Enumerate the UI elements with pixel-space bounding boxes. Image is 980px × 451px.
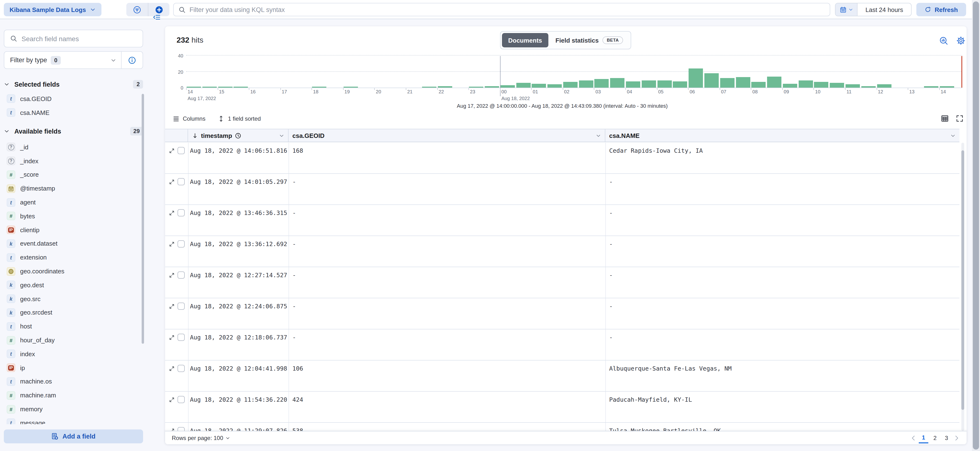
histogram-bar[interactable] (689, 69, 703, 88)
available-field-agent[interactable]: tagent (4, 195, 143, 209)
available-field-geo.srcdest[interactable]: kgeo.srcdest (4, 306, 143, 320)
available-field-hour_of_day[interactable]: #hour_of_day (4, 333, 143, 347)
histogram-bar[interactable] (877, 84, 891, 88)
display-density-icon[interactable] (941, 115, 949, 123)
available-field-index[interactable]: tindex (4, 347, 143, 361)
histogram-bar[interactable] (799, 80, 813, 88)
histogram-bar[interactable] (940, 86, 954, 88)
selected-fields-header[interactable]: Selected fields 2 (4, 78, 143, 90)
histogram-bar[interactable] (532, 84, 546, 88)
histogram-bar[interactable] (422, 87, 436, 88)
available-field-geo.dest[interactable]: kgeo.dest (4, 278, 143, 292)
histogram-bar[interactable] (485, 86, 499, 88)
field-search-box[interactable] (4, 30, 143, 48)
histogram-bar[interactable] (218, 87, 232, 88)
page-2-button[interactable]: 2 (930, 433, 940, 443)
histogram-bar[interactable] (767, 76, 781, 88)
histogram-bar[interactable] (861, 86, 876, 88)
histogram-bar[interactable] (202, 87, 217, 88)
expand-document-icon[interactable] (169, 428, 175, 431)
expand-document-icon[interactable] (169, 241, 175, 247)
available-field-machine.ram[interactable]: #machine.ram (4, 389, 143, 402)
expand-document-icon[interactable] (169, 335, 175, 340)
available-field-ip[interactable]: IPip (4, 361, 143, 375)
data-view-picker[interactable]: Kibana Sample Data Logs (4, 3, 101, 16)
histogram-bar[interactable] (736, 77, 750, 88)
histogram-bar[interactable] (626, 81, 640, 88)
histogram-bar[interactable] (657, 80, 671, 88)
available-field-geo.coordinates[interactable]: geo.coordinates (4, 264, 143, 278)
table-row[interactable]: Aug 18, 2022 @ 12:18:06.737-- (165, 329, 959, 360)
expand-document-icon[interactable] (169, 148, 175, 154)
table-row[interactable]: Aug 18, 2022 @ 13:46:36.315-- (165, 205, 959, 236)
row-checkbox[interactable] (178, 147, 185, 154)
table-row[interactable]: Aug 18, 2022 @ 12:04:41.998106Albuquerqu… (165, 360, 959, 392)
expand-document-icon[interactable] (169, 397, 175, 403)
expand-document-icon[interactable] (169, 210, 175, 216)
tab-documents[interactable]: Documents (502, 33, 548, 48)
header-timestamp[interactable]: timestamp (188, 129, 288, 142)
available-field-_id[interactable]: ?_id (4, 140, 143, 154)
available-field-memory[interactable]: #memory (4, 402, 143, 416)
selected-field-csa.NAME[interactable]: tcsa.NAME (4, 106, 143, 120)
expand-document-icon[interactable] (169, 179, 175, 185)
inspect-icon[interactable] (939, 37, 948, 45)
available-field-bytes[interactable]: #bytes (4, 209, 143, 223)
selected-field-csa.GEOID[interactable]: tcsa.GEOID (4, 92, 143, 106)
histogram-bar[interactable] (500, 85, 515, 88)
gear-icon[interactable] (956, 37, 965, 45)
available-field-machine.os[interactable]: tmachine.os (4, 375, 143, 389)
table-row[interactable]: Aug 18, 2022 @ 12:24:06.875-- (165, 298, 959, 329)
expand-document-icon[interactable] (169, 273, 175, 278)
header-csa-name[interactable]: csa.NAME (605, 129, 959, 142)
refresh-button[interactable]: Refresh (916, 3, 966, 16)
histogram-bar[interactable] (312, 87, 326, 88)
histogram-bar[interactable] (344, 87, 358, 88)
available-field-@timestamp[interactable]: @timestamp (4, 182, 143, 196)
row-checkbox[interactable] (178, 240, 185, 247)
histogram-bar[interactable] (579, 80, 593, 88)
columns-button[interactable]: Columns (173, 115, 205, 122)
filter-by-type-select[interactable]: Filter by type 0 (4, 51, 143, 69)
row-checkbox[interactable] (178, 334, 185, 341)
histogram-bar[interactable] (705, 73, 719, 88)
available-fields-header[interactable]: Available fields 29 (4, 126, 143, 137)
histogram-bar[interactable] (783, 84, 797, 88)
page-1-button[interactable]: 1 (919, 433, 928, 443)
histogram-bar[interactable] (673, 81, 687, 88)
expand-document-icon[interactable] (169, 304, 175, 309)
row-checkbox[interactable] (178, 209, 185, 217)
field-search-input[interactable] (22, 35, 137, 42)
available-field-_index[interactable]: ?_index (4, 154, 143, 168)
histogram-plot-area[interactable]: 1415161718192021222300010203040506070809… (186, 54, 962, 88)
kql-query-bar[interactable] (173, 3, 830, 16)
histogram-bar[interactable] (234, 87, 248, 88)
page-scrollbar[interactable] (972, 0, 980, 451)
chevron-down-icon[interactable] (596, 133, 601, 138)
table-row[interactable]: Aug 18, 2022 @ 13:36:12.692-- (165, 236, 959, 267)
available-field-clientip[interactable]: IPclientip (4, 223, 143, 237)
available-field-host[interactable]: thost (4, 320, 143, 333)
row-checkbox[interactable] (178, 427, 185, 431)
available-field-geo.src[interactable]: kgeo.src (4, 292, 143, 306)
chevron-down-icon[interactable] (950, 133, 956, 138)
histogram-bar[interactable] (642, 80, 656, 88)
sidebar-scrollbar[interactable] (142, 94, 144, 344)
page-3-button[interactable]: 3 (942, 433, 951, 443)
table-row[interactable]: Aug 18, 2022 @ 14:06:51.816168Cedar Rapi… (165, 143, 959, 174)
row-checkbox[interactable] (178, 178, 185, 185)
table-row[interactable]: Aug 18, 2022 @ 11:29:07.826538Tulsa-Musk… (165, 423, 959, 431)
collapse-sidebar-button[interactable] (153, 13, 160, 21)
sort-fields-button[interactable]: 1 field sorted (218, 115, 261, 122)
histogram-bar[interactable] (469, 87, 483, 88)
available-field-extension[interactable]: textension (4, 251, 143, 265)
histogram-bar[interactable] (516, 83, 530, 88)
row-checkbox[interactable] (178, 396, 185, 403)
chevron-down-icon[interactable] (279, 133, 284, 138)
histogram-bar[interactable] (924, 86, 939, 88)
histogram-bar[interactable] (720, 78, 734, 88)
histogram-bar[interactable] (751, 82, 766, 88)
info-icon[interactable] (121, 56, 143, 64)
next-page-button[interactable] (953, 435, 960, 441)
fullscreen-icon[interactable] (956, 115, 964, 123)
